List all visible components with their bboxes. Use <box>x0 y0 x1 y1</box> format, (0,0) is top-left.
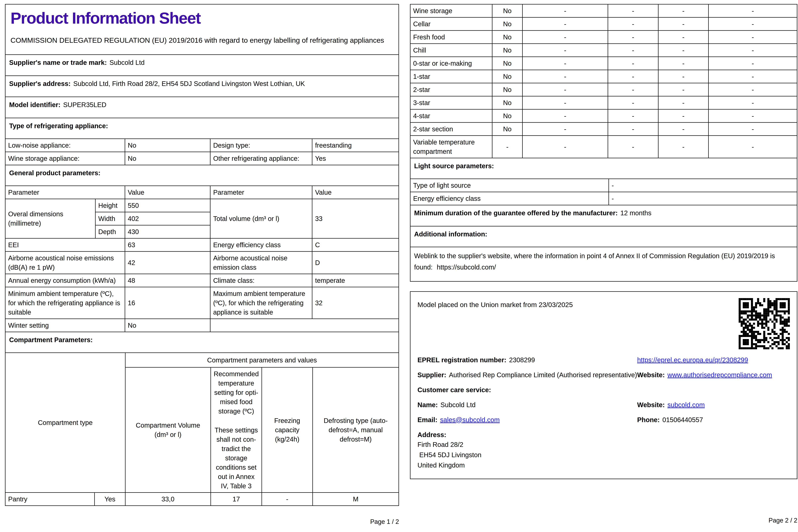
compartment-row: 0-star or ice-making No - - - - <box>410 57 797 70</box>
appliance-type-table: Low-noise appliance: No Design type: fre… <box>5 138 399 165</box>
email-link[interactable]: sales@subcold.com <box>440 416 500 423</box>
param-cell: Low-noise appliance: <box>5 139 125 152</box>
compartment-temp: - <box>608 44 658 57</box>
care-email: Email:sales@subcold.com <box>417 415 637 424</box>
value-cell: Yes <box>312 152 399 165</box>
compartment-continuation-table: Wine storage No - - - - Cellar No - - - … <box>410 4 797 158</box>
column-header: Defrosting type (auto-defrost=A, manual … <box>312 367 399 493</box>
care-website-link[interactable]: subcold.com <box>667 401 705 408</box>
eprel-value: 2308299 <box>509 356 535 364</box>
compartment-freeze: - <box>658 109 708 122</box>
compartment-present: No <box>492 4 522 17</box>
compartment-present: No <box>492 31 522 44</box>
column-header: Compartment type <box>5 353 125 493</box>
address-line: Firth Road 28/2 <box>417 439 790 450</box>
supplier-address-row: Supplier's address:Subcold Ltd, Firth Ro… <box>5 75 399 97</box>
compartment-defrost: - <box>708 136 797 158</box>
general-parameters-table-2: EEI 63 Energy efficiency class C Airborn… <box>5 238 399 319</box>
compartment-name: Variable temperature compartment <box>410 136 492 158</box>
compartment-temp: - <box>608 122 658 136</box>
table-row: EEI 63 Energy efficiency class C <box>5 239 399 251</box>
param-cell: Other refrigerating appli­ance: <box>210 152 312 165</box>
page-1: Product Information Sheet COMMISSION DEL… <box>5 4 399 506</box>
supplier-name-row: Supplier's name or trade mark:Subcold Lt… <box>5 54 399 76</box>
value-cell: 33 <box>312 199 399 239</box>
compartment-row: Wine storage No - - - - <box>410 4 797 17</box>
name-label: Name: <box>417 401 438 408</box>
compartment-present: No <box>492 96 522 109</box>
compartment-volume: - <box>522 70 608 83</box>
param-cell: Wine storage appliance: <box>5 152 125 165</box>
dimension-key: Height <box>95 199 125 212</box>
param-cell: Overal dimensions (millimetre) <box>5 199 95 239</box>
param-cell: Airborne acoustical noise emission class <box>210 251 312 274</box>
compartment-freeze: - <box>658 70 708 83</box>
model-identifier-label: Model identifier: <box>9 101 60 108</box>
compartment-name: Wine storage <box>410 4 492 17</box>
table-row: Minimum ambient tempera­ture (ºC), for w… <box>5 287 399 319</box>
compartment-row: Variable temperature compartment - - - -… <box>410 136 797 158</box>
phone-label: Phone: <box>637 416 660 423</box>
compartment-present: No <box>492 44 522 57</box>
column-header: Parameter <box>5 186 125 199</box>
model-identifier-row: Model identifier:SUPER35LED <box>5 97 399 118</box>
compartment-present: No <box>492 122 522 136</box>
weblink-url[interactable]: https://subcold.com/ <box>437 264 496 271</box>
customer-care-heading: Customer care service: <box>417 385 790 395</box>
light-source-heading: Light source parameters: <box>410 158 797 179</box>
eprel-row: EPREL registration number:2308299 https:… <box>417 355 790 365</box>
empty-cell <box>210 319 399 332</box>
compartment-freeze: - <box>658 83 708 96</box>
compartment-name: 4-star <box>410 109 492 122</box>
address-block: Address: Firth Road 28/2 EH54 5DJ Living… <box>417 430 790 470</box>
compartment-present: No <box>492 57 522 70</box>
compartment-temp: - <box>608 83 658 96</box>
supplier-info: Supplier:Authorised Rep Compliance Limit… <box>417 370 637 380</box>
compartment-freeze: - <box>658 57 708 70</box>
compartment-name: Pantry <box>5 493 95 506</box>
compartment-defrost: - <box>708 83 797 96</box>
param-cell: Type of light source <box>410 179 609 192</box>
value-cell: 32 <box>312 287 399 319</box>
name-website-row: Name:Subcold Ltd Website:subcold.com <box>417 400 790 410</box>
value-cell: 63 <box>125 239 210 251</box>
qr-code <box>739 298 790 349</box>
compartment-table: Compartment type Compartment parameters … <box>5 353 399 506</box>
supplier-value: Authorised Rep Compliance Limited (Autho… <box>449 371 637 379</box>
guarantee-row: Minimum duration of the guarantee offere… <box>410 205 797 226</box>
value-cell: freestanding <box>312 139 399 152</box>
value-cell: D <box>312 251 399 274</box>
compartment-freeze: - <box>262 493 312 506</box>
compartment-volume: 33,0 <box>125 493 211 506</box>
compartment-volume: - <box>522 109 608 122</box>
compartment-freeze: - <box>658 31 708 44</box>
table-row: Low-noise appliance: No Design type: fre… <box>5 139 399 152</box>
column-header: Value <box>125 186 210 199</box>
table-row: Energy efficiency class - <box>410 192 797 205</box>
compartment-present: No <box>492 17 522 31</box>
care-phone: Phone:01506440557 <box>637 415 790 424</box>
supplier-label: Supplier: <box>417 371 446 379</box>
param-cell: Energy efficiency class <box>210 239 312 251</box>
compartment-present: - <box>492 136 522 158</box>
compartment-defrost: - <box>708 4 797 17</box>
dimension-value: 430 <box>125 225 210 239</box>
param-cell: Airborne acoustical noise emis­sions (dB… <box>5 251 125 274</box>
column-header: Value <box>312 186 399 199</box>
eprel-link[interactable]: https://eprel.ec.europa.eu/qr/2308299 <box>637 356 748 364</box>
compartment-temp: - <box>608 70 658 83</box>
compartment-freeze: - <box>658 96 708 109</box>
compartment-name: Fresh food <box>410 31 492 44</box>
compartment-defrost: - <box>708 17 797 31</box>
email-phone-row: Email:sales@subcold.com Phone:0150644055… <box>417 415 790 424</box>
compartment-present: No <box>492 83 522 96</box>
value-cell: No <box>125 319 210 332</box>
general-parameters-heading: General product parameters: <box>5 165 399 186</box>
column-header: Parameter <box>210 186 312 199</box>
website-label: Website: <box>637 371 665 379</box>
dimensions-row: Overal dimensions (millimetre) Height 55… <box>5 199 399 212</box>
additional-info-heading: Additional information: <box>410 226 797 247</box>
phone-value: 01506440557 <box>662 416 703 423</box>
compartment-defrost: - <box>708 70 797 83</box>
supplier-website-link[interactable]: www.authorisedrepcompliance.com <box>667 371 772 379</box>
